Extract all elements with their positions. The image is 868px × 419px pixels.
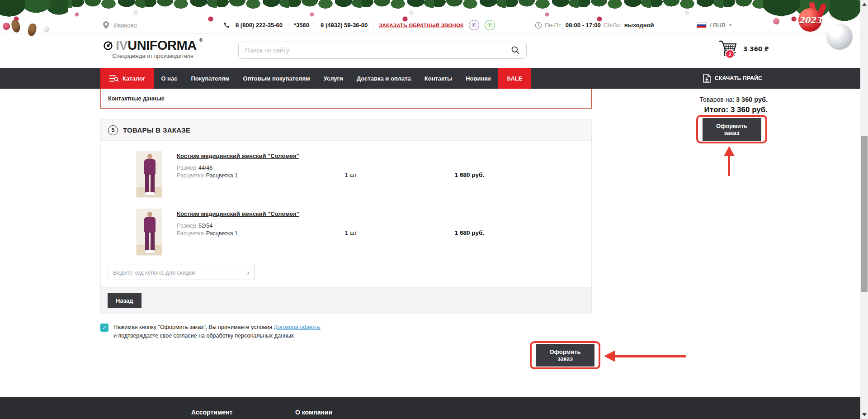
color-label: Расцветка [177,172,204,179]
hours-weekend-label: Сб-Вс: [604,22,622,29]
site-search [238,42,527,59]
contact-data-title: Контактные данные [108,95,165,102]
quantity-value: 1 шт [312,229,389,236]
divider [373,22,373,29]
agreement-row: ✓ Нажимая кнопку "Оформить заказ", Вы пр… [100,323,321,341]
nav-item-kontakty[interactable]: Контакты [418,68,459,89]
nav-item-o-nas[interactable]: О нас [154,68,184,89]
product-photo[interactable] [136,209,162,256]
hours-weekday-label: Пн-Пт: [545,22,563,29]
main-nav: Каталог О нас Покупателям Оптовым покупа… [0,68,860,89]
scroll-up-icon[interactable] [862,3,867,6]
phone-number-1[interactable]: 8 (800) 222-35-60 [236,22,283,29]
color-label: Расцветка [177,230,204,237]
price-value: 1 680 руб. [389,229,484,236]
quantity-value: 1 шт [312,171,389,178]
order-items-section: 5 ТОВАРЫ В ЗАКАЗЕ Костюм медицинский жен… [100,119,592,314]
registered-mark: ® [199,38,203,43]
cart-total: 3 360 ₽ [743,45,769,52]
nav-label: Услуги [324,75,343,82]
catalog-menu-icon [109,75,118,82]
clock-icon [535,22,542,29]
product-title-link[interactable]: Костюм медицинский женский "Соломея" [177,152,299,159]
coupon-submit-icon[interactable]: › [247,269,250,276]
step-number-badge: 5 [108,125,118,135]
callback-link[interactable]: ЗАКАЗАТЬ ОБРАТНЫЙ ЗВОНОК [379,23,463,28]
nav-label: Контакты [425,75,452,82]
currency-label: / RUB [710,22,726,29]
phone-icon [223,22,230,29]
nav-label: Новинки [466,75,491,82]
cart-button[interactable]: 2 3 360 ₽ [719,39,769,58]
search-icon[interactable] [511,46,520,55]
phone-number-3[interactable]: 8 (4932) 59-36-00 [321,22,368,29]
nav-label: Каталог [123,75,145,82]
phone-number-2[interactable]: *3560 [294,22,309,29]
coupon-input[interactable] [113,269,247,276]
nav-item-sale[interactable]: SALE [498,68,532,89]
divider [288,22,288,29]
top-info-bar: Иваново 8 (800) 222-35-60 *3560 8 (4932)… [0,17,860,33]
color-value: Расцветка 1 [206,230,238,237]
site-header: IVUNIFORMA ® Спецодежда от производителя… [0,34,860,68]
logo-target-icon [103,40,113,52]
nav-item-katalog[interactable]: Каталог [100,68,154,89]
back-button[interactable]: Назад [108,293,142,308]
logo-tagline: Спецодежда от производителя [103,53,203,59]
logo-iv: IV [116,38,127,52]
nav-item-pokupatelyam[interactable]: Покупателям [184,68,236,89]
divider [315,22,315,29]
color-value: Расцветка 1 [206,172,238,179]
size-value: 52/54 [198,223,212,229]
subtotal-value: 3 360 руб. [736,96,768,103]
site-footer: Ассортимент О компании [0,397,860,419]
order-section-header: 5 ТОВАРЫ В ЗАКАЗЕ [101,120,591,141]
size-label: Размер [177,223,196,229]
order-item-row: Костюм медицинский женский "Соломея" Раз… [101,199,591,257]
scroll-down-icon[interactable] [862,413,867,416]
offer-agreement-link[interactable]: Договора оферты [274,324,321,330]
currency-selector[interactable]: / RUB ▼ [697,17,732,33]
agreement-checkbox[interactable]: ✓ [100,324,108,332]
product-photo[interactable] [136,151,162,198]
whatsapp-icon[interactable]: ✆ [485,20,495,30]
submit-order-button[interactable]: Оформить заказ [536,344,594,367]
russia-flag-icon [697,22,707,28]
nav-label: Покупателям [191,75,229,82]
agreement-pre: Нажимая кнопку "Оформить заказ", Вы прин… [113,324,274,330]
annotation-box: Оформить заказ [530,341,600,369]
logo[interactable]: IVUNIFORMA ® Спецодежда от производителя [103,38,203,59]
nav-label: О нас [161,75,177,82]
subtotal-label: Товаров на: [699,96,736,103]
scrollbar-thumb[interactable] [861,136,868,292]
location-link[interactable]: Иваново [113,22,137,29]
size-value: 44/46 [198,165,212,171]
search-input[interactable] [245,47,511,54]
annotation-box: Оформить заказ [696,115,767,143]
nav-item-optovym[interactable]: Оптовым покупателям [236,68,317,89]
size-label: Размер [177,165,196,171]
order-section-title: ТОВАРЫ В ЗАКАЗЕ [123,126,190,134]
contact-data-section[interactable]: Контактные данные [100,89,592,109]
logo-uniforma: UNIFORMA [127,38,196,52]
coupon-field: › [108,265,255,280]
footer-heading-assortment[interactable]: Ассортимент [191,409,232,416]
nav-item-dostavka[interactable]: Доставка и оплата [350,68,418,89]
hours-weekend-value: выходной [624,22,654,29]
product-title-link[interactable]: Костюм медицинский женский "Соломея" [177,210,299,217]
hours-weekday-value: 08:00 - 17:00 [566,22,601,29]
nav-item-uslugi[interactable]: Услуги [317,68,350,89]
download-price-label: СКАЧАТЬ ПРАЙС [715,75,762,81]
nav-label: Доставка и оплата [357,75,411,82]
location-pin-icon [103,21,109,29]
viber-icon[interactable]: ✆ [469,20,479,30]
download-price-button[interactable]: СКАЧАТЬ ПРАЙС [703,68,762,89]
page-scrollbar[interactable] [860,0,868,419]
footer-heading-company[interactable]: О компании [295,409,332,416]
order-section-footer: Назад [101,287,591,314]
nav-item-novinki[interactable]: Новинки [459,68,498,89]
submit-order-button-sidebar[interactable]: Оформить заказ [703,118,761,141]
order-item-row: Костюм медицинский женский "Соломея" Раз… [101,141,591,199]
nav-label: SALE [507,75,523,82]
total-line: Итого: 3 360 руб. [591,105,768,114]
